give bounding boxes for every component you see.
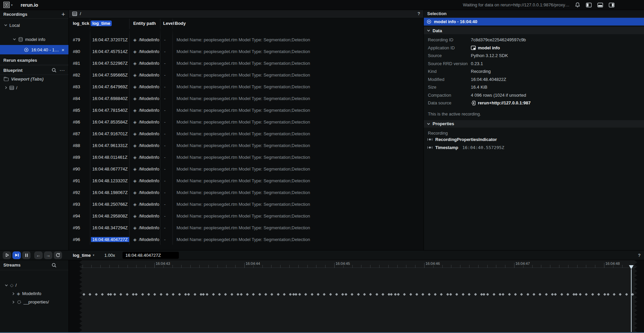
cell-level: - bbox=[160, 131, 172, 136]
table-row[interactable]: #94 16:04:48.295808Z ◈/ModelInfo - Model… bbox=[69, 210, 424, 222]
toggle-right-panel-button[interactable] bbox=[609, 3, 614, 7]
timeline-area[interactable]: 16:04:4316:04:4416:04:4516:04:4616:04:47… bbox=[69, 260, 644, 333]
stream-item-properties[interactable]: __properties/ bbox=[0, 298, 68, 306]
cell-entity-path[interactable]: ◈/ModelInfo bbox=[129, 61, 160, 66]
cell-entity-path[interactable]: ◈/ModelInfo bbox=[129, 155, 160, 160]
entity-diamond-icon: ◈ bbox=[133, 143, 137, 148]
major-tick bbox=[604, 263, 604, 268]
add-recording-button[interactable]: + bbox=[61, 11, 65, 17]
cell-log-time: 16:04:47.647969Z bbox=[90, 84, 129, 89]
current-time-input[interactable] bbox=[122, 252, 179, 259]
table-row[interactable]: #83 16:04:47.647969Z ◈/ModelInfo - Model… bbox=[69, 81, 424, 93]
viewport-item[interactable]: Viewport (Tabs) bbox=[0, 75, 68, 83]
blueprint-search-button[interactable] bbox=[52, 68, 56, 73]
table-row[interactable]: #93 16:04:48.250766Z ◈/ModelInfo - Model… bbox=[69, 198, 424, 210]
tree-item-recording-selected[interactable]: 16:04:40 - 1… × bbox=[0, 45, 68, 54]
table-row[interactable]: #81 16:04:47.522967Z ◈/ModelInfo - Model… bbox=[69, 57, 424, 69]
table-row[interactable]: #95 16:04:48.347294Z ◈/ModelInfo - Model… bbox=[69, 222, 424, 234]
playhead-handle[interactable] bbox=[629, 265, 634, 269]
step-back-button[interactable]: ← bbox=[34, 251, 43, 259]
cell-entity-path[interactable]: ◈/ModelInfo bbox=[129, 108, 160, 113]
rerun-examples-section[interactable]: Rerun examples bbox=[0, 56, 68, 65]
tree-item-local[interactable]: Local bbox=[0, 21, 68, 30]
cell-body: Model Name: peoplesegdet.rtm Model Type:… bbox=[172, 190, 424, 195]
data-section-header[interactable]: Data bbox=[424, 27, 644, 34]
data-key: Source bbox=[428, 53, 471, 58]
component-list: RecordingPropertiesIndicator Timestamp 1… bbox=[424, 136, 644, 152]
cell-entity-path[interactable]: ◈/ModelInfo bbox=[129, 131, 160, 136]
table-row[interactable]: #85 16:04:47.781540Z ◈/ModelInfo - Model… bbox=[69, 104, 424, 116]
table-row[interactable]: #96 16:04:48.404727Z ◈/ModelInfo - Model… bbox=[69, 234, 424, 245]
properties-section-header[interactable]: Properties bbox=[424, 120, 644, 128]
toggle-left-panel-button[interactable] bbox=[586, 3, 592, 7]
cell-entity-path[interactable]: ◈/ModelInfo bbox=[129, 190, 160, 195]
pause-icon bbox=[24, 253, 29, 257]
stream-item-modelinfo[interactable]: ◈ ModelInfo bbox=[0, 289, 68, 298]
breadcrumb[interactable]: / bbox=[80, 11, 81, 16]
column-header-log-time[interactable]: log_time bbox=[90, 21, 129, 26]
selected-recording-item[interactable]: model info - 16:04:40 bbox=[424, 18, 644, 26]
table-row[interactable]: #86 16:04:47.853584Z ◈/ModelInfo - Model… bbox=[69, 116, 424, 128]
follow-latest-button[interactable] bbox=[12, 251, 21, 259]
pause-button[interactable] bbox=[22, 251, 31, 259]
event-dot bbox=[310, 293, 313, 296]
playhead-line[interactable] bbox=[631, 269, 632, 332]
table-row[interactable]: #80 16:04:47.457514Z ◈/ModelInfo - Model… bbox=[69, 46, 424, 57]
cell-entity-path[interactable]: ◈/ModelInfo bbox=[129, 166, 160, 172]
table-row[interactable]: #88 16:04:47.961331Z ◈/ModelInfo - Model… bbox=[69, 140, 424, 151]
table-row[interactable]: #90 16:04:48.067774Z ◈/ModelInfo - Model… bbox=[69, 163, 424, 175]
event-dot bbox=[409, 293, 412, 296]
cell-entity-path[interactable]: ◈/ModelInfo bbox=[129, 225, 160, 230]
table-row[interactable]: #91 16:04:48.123320Z ◈/ModelInfo - Model… bbox=[69, 175, 424, 187]
cell-entity-path[interactable]: ◈/ModelInfo bbox=[129, 37, 160, 42]
event-dot bbox=[434, 293, 437, 296]
streams-search-button[interactable] bbox=[52, 263, 56, 268]
cell-entity-path[interactable]: ◈/ModelInfo bbox=[129, 237, 160, 242]
stream-item-root[interactable]: ◇ / bbox=[0, 281, 68, 289]
tree-item-app[interactable]: model info bbox=[0, 35, 68, 44]
table-row[interactable]: #82 16:04:47.595665Z ◈/ModelInfo - Model… bbox=[69, 69, 424, 81]
table-row[interactable]: #92 16:04:48.198067Z ◈/ModelInfo - Model… bbox=[69, 187, 424, 198]
table-row[interactable]: #79 16:04:47.372071Z ◈/ModelInfo - Model… bbox=[69, 34, 424, 46]
minor-tick bbox=[478, 265, 479, 268]
view-help-button[interactable]: ? bbox=[417, 11, 420, 16]
step-forward-button[interactable]: → bbox=[44, 251, 52, 259]
cell-body: Model Name: peoplesegdet.rtm Model Type:… bbox=[172, 96, 424, 101]
cell-entity-path[interactable]: ◈/ModelInfo bbox=[129, 143, 160, 148]
timeline-selector[interactable]: log_time ▾ bbox=[73, 253, 94, 258]
column-header-body[interactable]: Body bbox=[172, 21, 424, 26]
cell-entity-path[interactable]: ◈/ModelInfo bbox=[129, 178, 160, 183]
loop-button[interactable] bbox=[54, 251, 62, 259]
app-menu-button[interactable]: ▾ bbox=[3, 2, 13, 8]
component-row[interactable]: RecordingPropertiesIndicator bbox=[424, 136, 644, 144]
table-row[interactable]: #87 16:04:47.916701Z ◈/ModelInfo - Model… bbox=[69, 128, 424, 140]
minor-tick bbox=[145, 265, 146, 268]
column-header-level[interactable]: Level bbox=[160, 21, 172, 26]
toggle-bottom-panel-button[interactable] bbox=[597, 3, 603, 7]
timeline-help-button[interactable]: ? bbox=[638, 253, 641, 258]
cell-entity-path[interactable]: ◈/ModelInfo bbox=[129, 49, 160, 54]
cell-log-tick: #94 bbox=[69, 213, 90, 219]
playback-speed[interactable]: 1.00x bbox=[104, 253, 115, 258]
cell-entity-path[interactable]: ◈/ModelInfo bbox=[129, 202, 160, 207]
cell-entity-path[interactable]: ◈/ModelInfo bbox=[129, 120, 160, 125]
cell-entity-path[interactable]: ◈/ModelInfo bbox=[129, 73, 160, 78]
table-row[interactable]: #84 16:04:47.698840Z ◈/ModelInfo - Model… bbox=[69, 93, 424, 104]
cell-level: - bbox=[160, 96, 172, 101]
cell-log-time: 16:04:48.347294Z bbox=[90, 225, 129, 230]
cell-entity-path[interactable]: ◈/ModelInfo bbox=[129, 96, 160, 101]
cell-entity-path[interactable]: ◈/ModelInfo bbox=[129, 213, 160, 219]
column-header-entity-path[interactable]: Entity path bbox=[129, 21, 160, 26]
close-recording-icon[interactable]: × bbox=[61, 47, 64, 53]
column-header-log-tick[interactable]: log_tick bbox=[69, 21, 90, 26]
notifications-button[interactable] bbox=[575, 2, 580, 8]
play-button[interactable] bbox=[3, 251, 11, 259]
component-row[interactable]: Timestamp 16:04:40.557295Z bbox=[424, 144, 644, 152]
table-row[interactable]: #89 16:04:48.011461Z ◈/ModelInfo - Model… bbox=[69, 151, 424, 163]
event-dot bbox=[539, 293, 541, 296]
blueprint-more-button[interactable]: ··· bbox=[60, 68, 65, 73]
blueprint-root-item[interactable]: / bbox=[0, 83, 68, 92]
search-icon bbox=[52, 263, 56, 268]
event-dot bbox=[341, 293, 344, 296]
cell-entity-path[interactable]: ◈/ModelInfo bbox=[129, 84, 160, 89]
